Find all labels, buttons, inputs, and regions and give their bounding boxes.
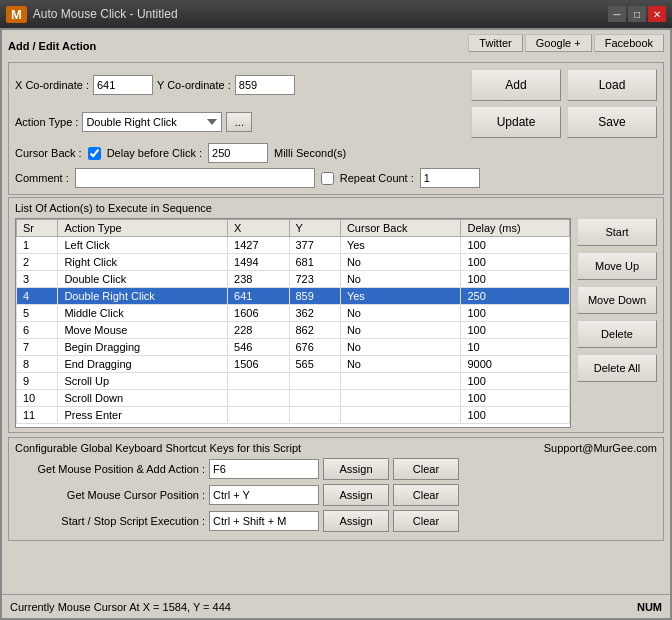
googleplus-button[interactable]: Google + <box>525 34 592 52</box>
cell-cursorBack-7: No <box>340 356 461 373</box>
cell-sr-1: 2 <box>17 254 58 271</box>
cursor-back-checkbox[interactable] <box>88 147 101 160</box>
shortcut-label-0: Get Mouse Position & Add Action : <box>15 463 205 475</box>
cell-delay-2: 100 <box>461 271 570 288</box>
comment-input[interactable] <box>75 168 315 188</box>
table-row[interactable]: 11Press Enter100 <box>17 407 570 424</box>
cell-delay-7: 9000 <box>461 356 570 373</box>
cell-type-3: Double Right Click <box>58 288 228 305</box>
x-coord-label: X Co-ordinate : <box>15 79 89 91</box>
cell-sr-9: 10 <box>17 390 58 407</box>
shortcut-input-1[interactable] <box>209 485 319 505</box>
add-button[interactable]: Add <box>471 69 561 101</box>
col-x: X <box>228 220 289 237</box>
cell-type-0: Left Click <box>58 237 228 254</box>
action-type-select[interactable]: Double Right Click <box>82 112 222 132</box>
shortcut-clear-1[interactable]: Clear <box>393 484 459 506</box>
start-button[interactable]: Start <box>577 218 657 246</box>
delay-input[interactable] <box>208 143 268 163</box>
cell-cursorBack-10 <box>340 407 461 424</box>
cell-sr-10: 11 <box>17 407 58 424</box>
move-up-button[interactable]: Move Up <box>577 252 657 280</box>
app-logo: M <box>6 6 27 23</box>
table-row[interactable]: 7Begin Dragging546676No10 <box>17 339 570 356</box>
y-coord-label: Y Co-ordinate : <box>157 79 231 91</box>
cell-x-9 <box>228 390 289 407</box>
cell-sr-5: 6 <box>17 322 58 339</box>
list-section: List Of Action(s) to Execute in Sequence… <box>8 197 664 433</box>
dotdot-button[interactable]: ... <box>226 112 252 132</box>
move-down-button[interactable]: Move Down <box>577 286 657 314</box>
cell-type-5: Move Mouse <box>58 322 228 339</box>
cell-delay-3: 250 <box>461 288 570 305</box>
col-cursor-back: Cursor Back <box>340 220 461 237</box>
minimize-button[interactable]: ─ <box>608 6 626 22</box>
y-coord-input[interactable] <box>235 75 295 95</box>
cell-x-5: 228 <box>228 322 289 339</box>
cell-cursorBack-2: No <box>340 271 461 288</box>
shortcut-clear-0[interactable]: Clear <box>393 458 459 480</box>
ms-label: Milli Second(s) <box>274 147 346 159</box>
cell-x-7: 1506 <box>228 356 289 373</box>
title-bar-left: M Auto Mouse Click - Untitled <box>6 6 178 23</box>
table-row[interactable]: 3Double Click238723No100 <box>17 271 570 288</box>
repeat-count-label: Repeat Count : <box>340 172 414 184</box>
table-row[interactable]: 2Right Click1494681No100 <box>17 254 570 271</box>
cell-x-8 <box>228 373 289 390</box>
table-row[interactable]: 6Move Mouse228862No100 <box>17 322 570 339</box>
shortcut-assign-2[interactable]: Assign <box>323 510 389 532</box>
table-row[interactable]: 8End Dragging1506565No9000 <box>17 356 570 373</box>
facebook-button[interactable]: Facebook <box>594 34 664 52</box>
list-row-container: Sr Action Type X Y Cursor Back Delay (ms… <box>15 218 657 428</box>
shortcut-input-2[interactable] <box>209 511 319 531</box>
close-button[interactable]: ✕ <box>648 6 666 22</box>
table-row[interactable]: 1Left Click1427377Yes100 <box>17 237 570 254</box>
actions-table: Sr Action Type X Y Cursor Back Delay (ms… <box>16 219 570 424</box>
comment-label: Comment : <box>15 172 69 184</box>
delete-button[interactable]: Delete <box>577 320 657 348</box>
action-type-label: Action Type : <box>15 116 78 128</box>
twitter-button[interactable]: Twitter <box>468 34 522 52</box>
shortcut-label-2: Start / Stop Script Execution : <box>15 515 205 527</box>
cell-cursorBack-9 <box>340 390 461 407</box>
cell-x-10 <box>228 407 289 424</box>
cell-y-8 <box>289 373 340 390</box>
table-row[interactable]: 10Scroll Down100 <box>17 390 570 407</box>
x-coord-input[interactable] <box>93 75 153 95</box>
cell-type-9: Scroll Down <box>58 390 228 407</box>
repeat-count-input[interactable] <box>420 168 480 188</box>
add-edit-section: X Co-ordinate : Y Co-ordinate : Add Load… <box>8 62 664 195</box>
cell-cursorBack-1: No <box>340 254 461 271</box>
delete-all-button[interactable]: Delete All <box>577 354 657 382</box>
actions-table-container[interactable]: Sr Action Type X Y Cursor Back Delay (ms… <box>15 218 571 428</box>
shortcut-assign-1[interactable]: Assign <box>323 484 389 506</box>
shortcut-assign-0[interactable]: Assign <box>323 458 389 480</box>
cell-sr-2: 3 <box>17 271 58 288</box>
shortcut-clear-2[interactable]: Clear <box>393 510 459 532</box>
cell-delay-6: 10 <box>461 339 570 356</box>
side-buttons: Start Move Up Move Down Delete Delete Al… <box>577 218 657 382</box>
save-button[interactable]: Save <box>567 106 657 138</box>
shortcut-input-0[interactable] <box>209 459 319 479</box>
col-y: Y <box>289 220 340 237</box>
maximize-button[interactable]: □ <box>628 6 646 22</box>
cell-delay-10: 100 <box>461 407 570 424</box>
cell-delay-0: 100 <box>461 237 570 254</box>
shortcuts-header: Configurable Global Keyboard Shortcut Ke… <box>15 442 657 454</box>
load-button[interactable]: Load <box>567 69 657 101</box>
col-action-type: Action Type <box>58 220 228 237</box>
cell-sr-0: 1 <box>17 237 58 254</box>
cell-x-4: 1606 <box>228 305 289 322</box>
cell-delay-9: 100 <box>461 390 570 407</box>
update-button[interactable]: Update <box>471 106 561 138</box>
unknown-checkbox[interactable] <box>321 172 334 185</box>
table-row[interactable]: 9Scroll Up100 <box>17 373 570 390</box>
cell-y-1: 681 <box>289 254 340 271</box>
col-sr: Sr <box>17 220 58 237</box>
table-row[interactable]: 4Double Right Click641859Yes250 <box>17 288 570 305</box>
cell-x-1: 1494 <box>228 254 289 271</box>
cell-y-3: 859 <box>289 288 340 305</box>
cell-cursorBack-6: No <box>340 339 461 356</box>
cell-sr-7: 8 <box>17 356 58 373</box>
table-row[interactable]: 5Middle Click1606362No100 <box>17 305 570 322</box>
